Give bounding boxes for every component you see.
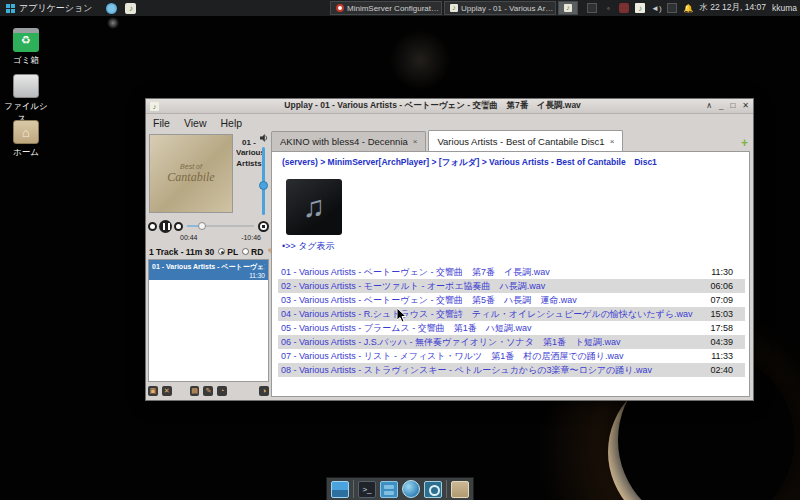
- pause-button[interactable]: [159, 220, 172, 233]
- notifications-bell-icon[interactable]: 🔔: [683, 3, 693, 13]
- track-duration: 07:09: [703, 295, 745, 305]
- applications-icon: [6, 4, 15, 13]
- shade-button[interactable]: ∧: [706, 101, 712, 111]
- web-browser-icon[interactable]: [402, 480, 420, 498]
- menu-view[interactable]: View: [184, 117, 207, 129]
- clock[interactable]: 水 22 12月, 14:07: [699, 2, 766, 14]
- file-manager-icon[interactable]: [380, 481, 398, 498]
- queue-item-selected[interactable]: 01 - Various Artists - ベートーヴェン - 11:30: [149, 260, 268, 280]
- applications-menu[interactable]: アプリケーション: [0, 0, 98, 16]
- track-duration: 11:33: [703, 351, 745, 361]
- window-icon: ♪: [150, 102, 159, 111]
- track-duration: 04:39: [703, 337, 745, 347]
- queue-item-title: 01 - Various Artists - ベートーヴェン -: [152, 262, 265, 272]
- track-row[interactable]: 01 - Various Artists - ベートーヴェン - 交響曲 第7番…: [278, 265, 745, 279]
- taskbar-button-upplay[interactable]: ♪ Upplay - 01 - Various Ar…: [444, 1, 556, 15]
- close-button[interactable]: ✕: [742, 101, 749, 111]
- menu-help[interactable]: Help: [221, 117, 243, 129]
- track-row[interactable]: 05 - Various Artists - ブラームス - 交響曲 第1番 ハ…: [278, 321, 745, 335]
- folder-icon[interactable]: [451, 481, 469, 498]
- library-browser-pane: AKINO with bless4 - Decennia × Various A…: [271, 131, 750, 397]
- track-title: 04 - Various Artists - R.シュトラウス - 交響詩 ティ…: [278, 308, 703, 321]
- track-row[interactable]: 08 - Various Artists - ストラヴィンスキー - ペトルーシ…: [278, 363, 745, 377]
- drive-icon: [13, 74, 39, 98]
- seek-slider[interactable]: [187, 225, 254, 227]
- volume-icon[interactable]: ◄): [651, 3, 661, 13]
- playlist-mode-radio[interactable]: [218, 248, 225, 255]
- elapsed-time: 00:44: [180, 234, 198, 241]
- track-row[interactable]: 04 - Various Artists - R.シュトラウス - 交響詩 ティ…: [278, 307, 745, 321]
- next-button[interactable]: [174, 222, 183, 231]
- track-duration: 15:03: [703, 309, 745, 319]
- track-title: 07 - Various Artists - リスト - メフィスト・ワルツ 第…: [278, 350, 703, 363]
- show-tags-link[interactable]: •>> タグ表示: [282, 240, 335, 253]
- track-row[interactable]: 03 - Various Artists - ベートーヴェン - 交響曲 第5番…: [278, 293, 745, 307]
- window-list: MinimServer Configurat… ♪ Upplay - 01 - …: [330, 1, 578, 15]
- track-row[interactable]: 06 - Various Artists - J.S.バッハ - 無伴奏ヴァイオ…: [278, 335, 745, 349]
- volume-slider-handle[interactable]: [259, 181, 268, 190]
- track-title: 03 - Various Artists - ベートーヴェン - 交響曲 第5番…: [278, 294, 703, 307]
- speaker-icon[interactable]: [260, 134, 268, 142]
- previous-button[interactable]: [148, 222, 157, 231]
- title-bar[interactable]: ♪ Upplay - 01 - Various Artists - ベートーヴェ…: [146, 99, 753, 114]
- application-finder-icon[interactable]: [424, 481, 442, 498]
- queue-item-duration: 11:30: [152, 272, 265, 279]
- playlist-mode-icon[interactable]: ▣: [148, 386, 158, 396]
- album-art: Best of Cantabile: [149, 134, 233, 213]
- player-pane: Best of Cantabile 01 - Various Artists 0…: [148, 133, 269, 398]
- music-launcher-icon[interactable]: ♪: [125, 3, 136, 14]
- queue-summary: 1 Track - 11m 30: [149, 247, 214, 257]
- taskbar-button-minimserver[interactable]: MinimServer Configurat…: [330, 1, 442, 15]
- track-row[interactable]: 02 - Various Artists - モーツァルト - オーボエ協奏曲 …: [278, 279, 745, 293]
- desktop-icon-home[interactable]: ホーム: [0, 120, 52, 159]
- desktop-icon-filesystem[interactable]: ファイルシス…: [0, 74, 52, 125]
- trash-icon: [13, 28, 39, 52]
- transport-controls: [148, 219, 269, 233]
- queue-summary-row: 1 Track - 11m 30 PL RD ✎: [149, 245, 269, 258]
- show-desktop-icon[interactable]: [331, 481, 349, 498]
- repeat-icon[interactable]: ◔: [217, 386, 227, 396]
- minimize-button[interactable]: _: [719, 101, 723, 111]
- seek-handle[interactable]: [198, 222, 206, 230]
- tab-bar: AKINO with bless4 - Decennia × Various A…: [271, 131, 750, 151]
- track-title: 02 - Various Artists - モーツァルト - オーボエ協奏曲 …: [278, 280, 703, 293]
- tab-cantabile[interactable]: Various Artists - Best of Cantabile Disc…: [428, 130, 623, 151]
- desktop-icon-trash[interactable]: ゴミ箱: [0, 28, 52, 67]
- home-folder-icon: [13, 120, 39, 144]
- playlist-mode-label: PL: [227, 247, 238, 257]
- tray-music-icon[interactable]: ♪: [635, 3, 645, 13]
- playlist-toolbar: ▣ ✕ ▤ ✎ ◔ ◑: [148, 384, 269, 398]
- dock-separator: [446, 480, 447, 498]
- tab-akino[interactable]: AKINO with bless4 - Decennia ×: [271, 131, 426, 151]
- settings-icon[interactable]: ◑: [259, 386, 269, 396]
- stop-button[interactable]: [258, 221, 269, 232]
- track-list: 01 - Various Artists - ベートーヴェン - 交響曲 第7番…: [278, 265, 745, 377]
- menu-file[interactable]: File: [153, 117, 170, 129]
- browser-launcher-icon[interactable]: [106, 3, 117, 14]
- track-duration: 11:30: [703, 267, 745, 277]
- upplay-icon: ♪: [450, 4, 458, 12]
- play-queue: 01 - Various Artists - ベートーヴェン - 11:30: [148, 259, 269, 382]
- tray-status-icon[interactable]: ◦: [603, 3, 613, 13]
- tab-close-icon[interactable]: ×: [610, 137, 615, 146]
- radio-mode-radio[interactable]: [242, 248, 249, 255]
- network-icon[interactable]: [619, 3, 629, 13]
- breadcrumb[interactable]: (servers) > MinimServer[ArchPlayer] > [フ…: [282, 157, 741, 169]
- track-duration: 02:40: [703, 365, 745, 375]
- tab-close-icon[interactable]: ×: [413, 137, 418, 146]
- playlist-view-icon[interactable]: ▤: [190, 386, 200, 396]
- battery-icon[interactable]: [667, 3, 677, 13]
- terminal-icon[interactable]: >_: [358, 481, 376, 498]
- upplay-icon: ♪: [564, 4, 572, 12]
- browser-content: (servers) > MinimServer[ArchPlayer] > [フ…: [271, 151, 750, 397]
- maximize-button[interactable]: □: [730, 101, 735, 111]
- tray-indicator-icon[interactable]: [587, 3, 597, 13]
- new-tab-button[interactable]: +: [741, 138, 748, 148]
- tab-label: AKINO with bless4 - Decennia: [280, 136, 408, 147]
- taskbar-button-active[interactable]: ♪: [558, 1, 578, 15]
- username[interactable]: kkuma: [772, 3, 797, 13]
- track-row[interactable]: 07 - Various Artists - リスト - メフィスト・ワルツ 第…: [278, 349, 745, 363]
- now-playing-title: 01 - Various Artists: [236, 138, 262, 186]
- remove-track-icon[interactable]: ✕: [162, 386, 172, 396]
- brush-icon[interactable]: ✎: [203, 386, 213, 396]
